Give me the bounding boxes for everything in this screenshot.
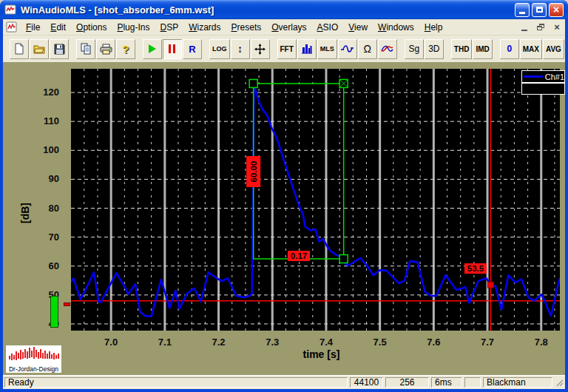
status-field-blocksize: 256: [385, 377, 429, 388]
status-field-window-function: Blackman: [483, 377, 552, 388]
window-titlebar[interactable]: WinAudioMLS - [shot_absorber_6mm.wst] ×: [0, 0, 568, 19]
y-axis-title: [dB]: [19, 203, 31, 223]
legend[interactable]: Ch#1: [521, 70, 565, 83]
overlay-curves-button[interactable]: [378, 39, 397, 59]
new-file-button[interactable]: [10, 39, 29, 59]
sine-wave-icon: [341, 44, 354, 54]
y-tick-label: 110: [24, 115, 59, 126]
y-tick-label: 70: [24, 232, 59, 243]
x-tick-label: 7.8: [535, 337, 548, 348]
mdi-document-icon[interactable]: [6, 21, 18, 33]
x-tick-label: 7.4: [320, 337, 333, 348]
cursor-marker[interactable]: [487, 282, 493, 288]
menu-item-dsp[interactable]: DSP: [155, 21, 183, 34]
level-meter-peak-mark: [64, 303, 70, 306]
mdi-minimize-button[interactable]: [518, 21, 531, 33]
x-tick-label: 7.5: [373, 337, 387, 348]
spectrum-button[interactable]: [297, 39, 317, 59]
print-button[interactable]: [96, 39, 115, 59]
vertical-arrows-icon: ↕: [237, 43, 243, 55]
waveform-plot[interactable]: 60.000.1753.5: [71, 69, 560, 331]
pause-button[interactable]: [163, 39, 182, 59]
imd-button[interactable]: IMD: [473, 39, 492, 59]
save-floppy-icon: [54, 44, 65, 55]
delta-t-label: 0.17: [291, 251, 307, 260]
maximize-button[interactable]: [532, 3, 547, 17]
play-button[interactable]: [143, 39, 162, 59]
status-message: Ready: [4, 377, 348, 388]
help-icon: ?: [122, 43, 129, 55]
max-hold-button[interactable]: MAX: [520, 39, 542, 59]
mdi-restore-button[interactable]: [534, 21, 547, 33]
channel1-trace: [71, 85, 559, 316]
help-button[interactable]: ?: [116, 39, 135, 59]
y-tick-label: 90: [24, 173, 59, 184]
y-tick-label: 100: [24, 144, 59, 155]
x-tick-label: 7.6: [427, 337, 440, 348]
spectrum-bars-icon: [302, 44, 312, 54]
new-file-icon: [14, 43, 24, 55]
vertical-zoom-button[interactable]: ↕: [231, 39, 250, 59]
measure-handle-bottomright[interactable]: [339, 254, 348, 263]
menu-item-file[interactable]: File: [21, 21, 45, 34]
vendor-logo-text: Dr-Jordan-Design: [7, 365, 61, 373]
x-tick-label: 7.7: [481, 337, 494, 348]
open-file-button[interactable]: [30, 39, 49, 59]
menu-item-help[interactable]: Help: [419, 21, 448, 34]
omega-icon: Ω: [364, 43, 371, 55]
legend-line-swatch: [524, 75, 543, 78]
four-way-arrow-icon: [254, 44, 266, 55]
menu-item-view[interactable]: View: [343, 21, 373, 34]
x-axis-title: time [s]: [303, 348, 340, 360]
minimize-button[interactable]: [515, 3, 530, 17]
menu-item-options[interactable]: Options: [71, 21, 112, 34]
x-tick-label: 7.0: [104, 337, 118, 348]
status-field-time: 6ms: [431, 377, 462, 388]
window-title: WinAudioMLS - [shot_absorber_6mm.wst]: [21, 4, 214, 16]
fft-button[interactable]: FFT: [277, 39, 297, 59]
menu-item-windows[interactable]: Windows: [373, 21, 419, 34]
x-tick-label: 7.2: [212, 337, 226, 348]
delta-db-label: 60.00: [249, 161, 258, 183]
pan-button[interactable]: [251, 39, 270, 59]
signal-generator-button[interactable]: Sg: [405, 39, 424, 59]
y-tick-label: 60: [24, 260, 59, 271]
status-bar: Ready 44100 256 6ms Blackman: [3, 375, 565, 389]
cursor-value-label: 53.5: [467, 264, 484, 273]
legend-empty-row: [521, 83, 565, 95]
copy-button[interactable]: [76, 39, 95, 59]
save-button[interactable]: [50, 39, 69, 59]
x-tick-label: 7.1: [158, 337, 172, 348]
waveform-button[interactable]: [338, 39, 357, 59]
average-button[interactable]: AVG: [543, 39, 564, 59]
menu-item-asio[interactable]: ASIO: [312, 21, 344, 34]
play-icon: [148, 44, 157, 53]
record-r-button[interactable]: R: [183, 39, 202, 59]
level-meter-bar: [50, 296, 58, 328]
impedance-button[interactable]: Ω: [358, 39, 377, 59]
app-window: WinAudioMLS - [shot_absorber_6mm.wst] × …: [0, 0, 568, 392]
chart-client-area: 60.000.1753.5 1201101009080706050407.07.…: [3, 62, 565, 375]
menu-bar: FileEditOptionsPlug-InsDSPWizardsPresets…: [3, 19, 565, 36]
menu-item-edit[interactable]: Edit: [45, 21, 71, 34]
log-scale-button[interactable]: LOG: [209, 39, 230, 59]
3d-view-button[interactable]: 3D: [425, 39, 444, 59]
menu-items: FileEditOptionsPlug-InsDSPWizardsPresets…: [21, 21, 447, 34]
app-icon: [4, 4, 17, 16]
measure-handle-topleft[interactable]: [249, 79, 257, 87]
y-tick-label: 120: [24, 87, 59, 98]
pause-icon: [169, 44, 176, 53]
menu-item-plug-ins[interactable]: Plug-Ins: [112, 21, 155, 34]
mdi-window-controls: ×: [515, 21, 564, 33]
resize-grip[interactable]: [555, 378, 564, 388]
thd-button[interactable]: THD: [451, 39, 473, 59]
close-button[interactable]: ×: [549, 3, 564, 17]
mls-button[interactable]: MLS: [317, 39, 337, 59]
menu-item-wizards[interactable]: Wizards: [183, 21, 226, 34]
zero-button[interactable]: 0: [500, 39, 519, 59]
mdi-close-button[interactable]: ×: [550, 21, 564, 33]
menu-item-overlays[interactable]: Overlays: [266, 21, 311, 34]
menu-item-presets[interactable]: Presets: [226, 21, 267, 34]
measure-rectangle[interactable]: [254, 84, 344, 259]
legend-label: Ch#1: [545, 72, 564, 81]
